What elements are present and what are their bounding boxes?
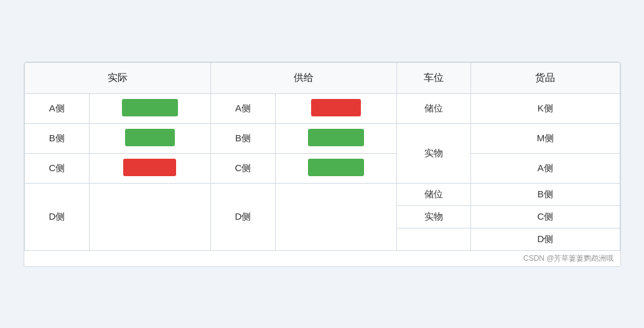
actual-bar-b	[90, 123, 210, 153]
bar-red-icon	[311, 99, 361, 116]
table-row: D侧 D侧 储位 B侧	[24, 183, 620, 205]
goods-b: B侧	[471, 183, 620, 205]
supply-label-c: C侧	[210, 153, 276, 183]
actual-label-d: D侧	[24, 183, 90, 250]
supply-bar-b	[276, 123, 396, 153]
supply-label-a: A侧	[210, 93, 276, 123]
supply-bar-a	[276, 93, 396, 123]
bar-red-icon	[123, 159, 176, 176]
header-goods: 货品	[471, 62, 620, 93]
carwei-shiwu-1: 实物	[396, 123, 471, 183]
actual-label-c: C侧	[24, 153, 90, 183]
header-supply: 供给	[210, 62, 396, 93]
bar-green-icon	[308, 159, 364, 176]
bar-green-icon	[308, 129, 364, 146]
actual-label-a: A侧	[24, 93, 90, 123]
goods-k: K侧	[471, 93, 620, 123]
main-container: 实际 供给 车位 货品 A侧 A侧 储位 K侧 B侧	[24, 62, 621, 267]
actual-label-b: B侧	[24, 123, 90, 153]
supply-bar-d	[276, 183, 396, 250]
goods-a: A侧	[471, 153, 620, 183]
goods-c: C侧	[471, 205, 620, 228]
watermark: CSDN @芳草萋萋鹦鹉洲哦	[24, 251, 620, 266]
header-parking: 车位	[396, 62, 471, 93]
bar-green-icon	[122, 99, 178, 116]
data-table: 实际 供给 车位 货品 A侧 A侧 储位 K侧 B侧	[24, 62, 620, 251]
actual-bar-d	[90, 183, 210, 250]
carwei-chuwei: 储位	[396, 93, 471, 123]
supply-bar-c	[276, 153, 396, 183]
header-actual: 实际	[24, 62, 210, 93]
supply-label-b: B侧	[210, 123, 276, 153]
table-row: B侧 B侧 实物 M侧	[24, 123, 620, 153]
table-row: C侧 C侧 A侧	[24, 153, 620, 183]
carwei-empty-d	[396, 228, 471, 250]
supply-label-d: D侧	[210, 183, 276, 250]
carwei-chuwei-d: 储位	[396, 183, 471, 205]
carwei-shiwu-d: 实物	[396, 205, 471, 228]
actual-bar-a	[90, 93, 210, 123]
actual-bar-c	[90, 153, 210, 183]
bar-green-icon	[125, 129, 175, 146]
goods-m: M侧	[471, 123, 620, 153]
table-row: A侧 A侧 储位 K侧	[24, 93, 620, 123]
goods-d: D侧	[471, 228, 620, 250]
